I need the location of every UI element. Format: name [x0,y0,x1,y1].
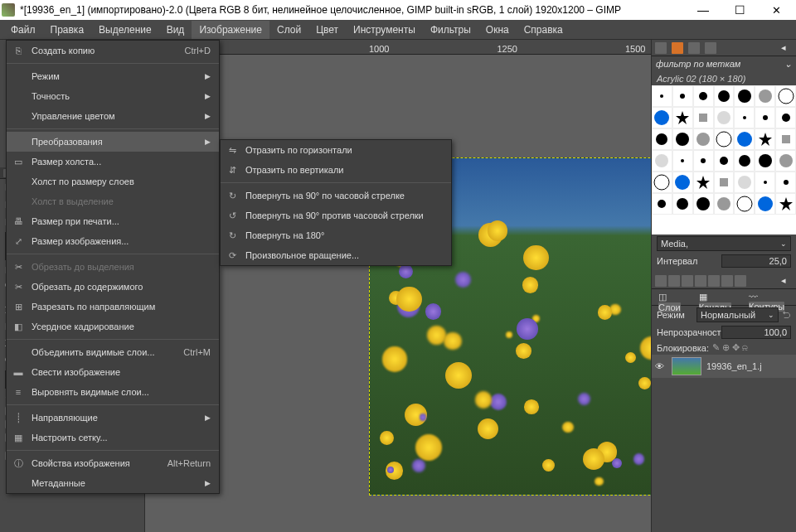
menu-item[interactable]: Управление цветом▶ [7,106,219,126]
layer-name[interactable]: 19936_en_1.j [706,361,762,371]
menu-item[interactable]: ⎘Создать копиюCtrl+D [7,41,219,60]
menu-справка[interactable]: Справка [517,21,570,39]
close-button[interactable]: ✕ [758,0,794,20]
menu-item[interactable]: Точность▶ [7,86,219,106]
layer-mode-combo[interactable]: Нормальный⌄ [696,307,779,322]
canvas-area[interactable]: 1000125015001750 [145,40,651,532]
brush-item[interactable] [734,150,755,172]
brush-item[interactable] [672,150,693,172]
menu-item[interactable]: ↻Повернуть на 180° [221,225,451,245]
brush-filter-input[interactable]: фильтр по меткам [656,59,740,69]
brush-item[interactable] [652,193,672,215]
brush-item[interactable] [652,172,672,193]
brush-item[interactable] [652,150,672,172]
svg-point-20 [737,132,752,147]
menu-инструменты[interactable]: Инструменты [346,21,423,39]
menu-item[interactable]: Метаданные▶ [7,473,219,493]
brush-item[interactable] [672,85,693,107]
brush-item[interactable] [734,172,755,193]
brush-item[interactable] [714,85,735,107]
maximize-button[interactable]: ☐ [721,0,758,20]
brush-item[interactable] [714,172,735,193]
brush-item[interactable] [652,85,672,107]
menu-правка[interactable]: Правка [43,21,92,39]
brush-item[interactable] [693,107,714,128]
menu-item[interactable]: ⟳Произвольное вращение... [221,245,451,265]
visibility-icon[interactable]: 👁 [655,361,667,371]
brush-item[interactable] [755,150,775,172]
menu-item[interactable]: ▭Размер холста... [7,152,219,172]
media-combo[interactable]: Media,⌄ [657,236,791,251]
brush-item[interactable] [775,107,796,128]
brush-item[interactable] [672,107,693,128]
minimize-button[interactable]: — [685,0,721,20]
menu-фильтры[interactable]: Фильтры [423,21,478,39]
brush-item[interactable] [652,128,672,150]
layer-opacity-input[interactable]: 100,0 [721,326,791,339]
brush-item[interactable] [734,85,755,107]
brush-item[interactable] [693,85,714,107]
brush-item[interactable] [755,85,775,107]
layer-row[interactable]: 👁 19936_en_1.j [652,355,796,378]
menu-слой[interactable]: Слой [269,21,308,39]
brush-item[interactable] [693,172,714,193]
brush-item[interactable] [714,150,735,172]
submenu-transform[interactable]: ⇋Отразить по горизонтали⇵Отразить по вер… [220,139,452,266]
menu-item[interactable]: ↻Повернуть на 90° по часовой стрелке [221,186,451,206]
brush-item[interactable] [672,128,693,150]
menu-изображение[interactable]: Изображение [192,21,269,39]
brush-item[interactable] [672,172,693,193]
brush-item[interactable] [755,193,775,215]
menu-выделение[interactable]: Выделение [91,21,159,39]
menu-image-dropdown[interactable]: ⎘Создать копиюCtrl+DРежим▶Точность▶Управ… [6,40,220,494]
brush-item[interactable] [775,172,796,193]
menu-окна[interactable]: Окна [478,21,517,39]
brush-item[interactable] [755,128,775,150]
brush-item[interactable] [755,107,775,128]
brush-item[interactable] [775,150,796,172]
menu-item[interactable]: ≡Выровнять видимые слои... [7,382,219,402]
brush-dock-tabs[interactable]: ◂ [652,40,796,56]
r-interval-input[interactable]: 25,0 [721,254,791,268]
menu-item[interactable]: Режим▶ [7,66,219,86]
menu-item-icon [12,346,25,359]
menu-item[interactable]: Объединить видимые слои...Ctrl+M [7,342,219,362]
menu-item[interactable]: ⓘСвойства изображенияAlt+Return [7,453,219,473]
brush-item[interactable] [714,193,735,215]
menu-item[interactable]: ↺Повернуть на 90° против часовой стрелки [221,206,451,225]
menu-item[interactable]: ⇵Отразить по вертикали [221,160,451,180]
menu-item-label: Точность [32,91,182,101]
menu-item[interactable]: 🖶Размер при печати... [7,211,219,231]
menu-item[interactable]: ⤢Размер изображения... [7,231,219,251]
brush-item[interactable] [652,107,672,128]
menu-item[interactable]: ⊞Разрезать по направляющим [7,297,219,317]
menu-item[interactable]: ✂Обрезать до содержимого [7,277,219,297]
menu-item[interactable]: Преобразования▶ [7,132,219,152]
menu-файл[interactable]: Файл [3,21,43,39]
brush-item[interactable] [734,128,755,150]
brush-item[interactable] [734,107,755,128]
menu-item[interactable]: ┊Направляющие▶ [7,408,219,428]
brush-item[interactable] [693,193,714,215]
brush-item[interactable] [672,193,693,215]
brush-item[interactable] [714,107,735,128]
menu-item[interactable]: ⇋Отразить по горизонтали [221,140,451,160]
menu-item[interactable]: ▦Настроить сетку... [7,428,219,447]
layer-dock-tabs[interactable]: ◫ Слои ▦ Каналы 〰 Контуры [652,289,796,306]
brush-grid[interactable] [652,85,796,235]
brush-item[interactable] [775,128,796,150]
menu-item[interactable]: ◧Усердное кадрирование [7,317,219,336]
brush-item[interactable] [775,193,796,215]
bottom-dock-buttons[interactable]: ◂ [652,273,796,289]
menu-цвет[interactable]: Цвет [308,21,346,39]
brush-item[interactable] [693,128,714,150]
brush-item[interactable] [714,128,735,150]
menu-вид[interactable]: Вид [159,21,192,39]
layer-thumbnail[interactable] [672,357,701,375]
brush-item[interactable] [755,172,775,193]
menu-item[interactable]: ▬Свести изображение [7,362,219,382]
brush-item[interactable] [775,85,796,107]
brush-item[interactable] [693,150,714,172]
brush-item[interactable] [734,193,755,215]
menu-item[interactable]: Холст по размеру слоев [7,172,219,191]
